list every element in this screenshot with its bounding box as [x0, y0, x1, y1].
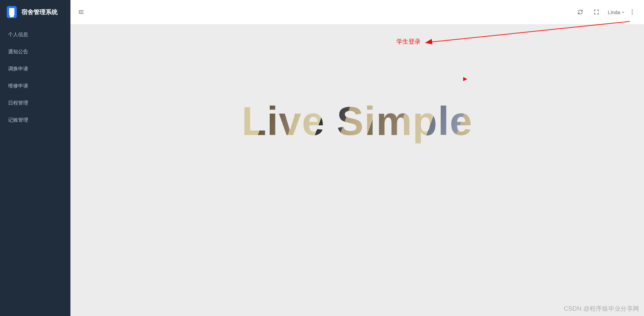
sidebar-item-label: 日程管理: [8, 100, 28, 106]
sidebar-item-swap-request[interactable]: 调换申请: [0, 60, 70, 77]
fullscreen-icon: [594, 9, 599, 15]
sidebar-toggle-button[interactable]: [77, 8, 85, 16]
more-options-button[interactable]: [627, 9, 637, 15]
sidebar-item-accounting[interactable]: 记账管理: [0, 112, 70, 129]
app-title: 宿舍管理系统: [21, 8, 58, 16]
sidebar: 宿舍管理系统 个人信息 通知公告 调换申请 维修申请 日程管理 记账管理: [0, 0, 70, 316]
sidebar-item-notice[interactable]: 通知公告: [0, 43, 70, 60]
sidebar-item-label: 调换申请: [8, 66, 28, 71]
fullscreen-button[interactable]: [590, 5, 603, 19]
sidebar-item-label: 维修申请: [8, 83, 28, 88]
refresh-icon: [578, 9, 583, 15]
main-content: Live Simple: [70, 24, 644, 316]
sidebar-item-repair-request[interactable]: 维修申请: [0, 77, 70, 94]
annotation-label: 学生登录: [396, 38, 421, 46]
refresh-button[interactable]: [574, 5, 587, 19]
sidebar-item-profile[interactable]: 个人信息: [0, 26, 70, 43]
dots-vertical-icon: [632, 9, 633, 15]
sidebar-menu: 个人信息 通知公告 调换申请 维修申请 日程管理 记账管理: [0, 24, 70, 129]
user-menu[interactable]: Linda ▾: [604, 9, 627, 15]
sidebar-item-label: 个人信息: [8, 31, 28, 37]
svg-point-4: [632, 11, 633, 12]
sidebar-item-label: 记账管理: [8, 117, 28, 123]
svg-point-3: [632, 9, 633, 10]
chevron-down-icon: ▾: [622, 10, 624, 14]
svg-point-5: [632, 13, 633, 14]
sidebar-item-schedule[interactable]: 日程管理: [0, 94, 70, 112]
hero-text: Live Simple: [242, 98, 473, 144]
watermark: CSDN @程序猿毕业分享网: [564, 305, 639, 313]
username-label: Linda: [608, 9, 620, 15]
topbar: Linda ▾: [70, 0, 644, 24]
building-logo-icon: [7, 6, 17, 18]
hamburger-indent-icon: [78, 9, 84, 15]
sidebar-header: 宿舍管理系统: [0, 0, 70, 24]
sidebar-item-label: 通知公告: [8, 49, 28, 54]
